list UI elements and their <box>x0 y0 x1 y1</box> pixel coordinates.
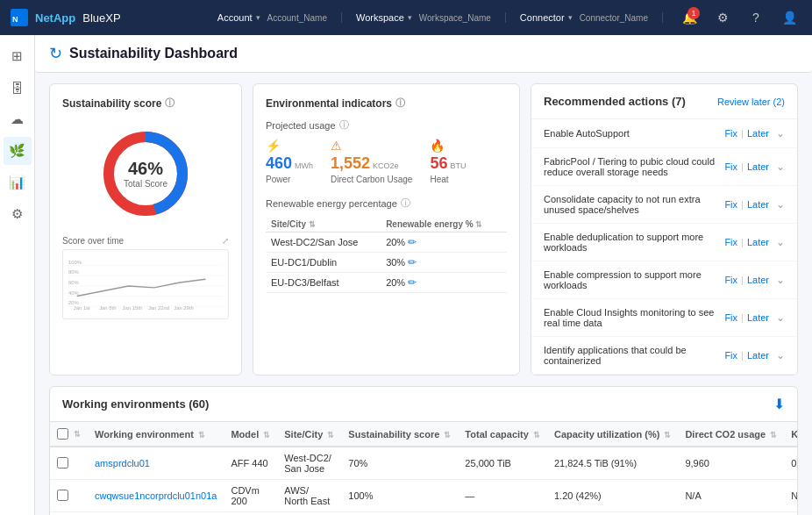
account-chevron: ▾ <box>256 13 260 22</box>
pct-cell: 20% ✏ <box>381 232 507 253</box>
fix-link[interactable]: Fix <box>724 237 737 247</box>
action-chevron-icon[interactable]: ⌄ <box>776 349 785 361</box>
power-icon: ⚡ <box>266 139 313 153</box>
site-cell: EU-DC3/Belfast <box>266 273 381 293</box>
action-chevron-icon[interactable]: ⌄ <box>776 161 785 173</box>
later-link[interactable]: Later <box>747 350 769 361</box>
we-col-header[interactable]: Direct CO2 usage ⇅ <box>678 422 784 447</box>
sidebar-item-settings[interactable]: ⚙ <box>4 200 32 228</box>
projected-info-icon[interactable]: ⓘ <box>339 118 349 132</box>
we-kgcarbon-cell: 0.65 <box>784 512 797 516</box>
review-later-button[interactable]: Review later (2) <box>717 97 785 107</box>
renewable-info-icon[interactable]: ⓘ <box>401 197 410 210</box>
select-all-checkbox[interactable] <box>57 428 68 440</box>
chart-title: Score over time <box>62 236 124 246</box>
renewable-table: Site/City ⇅ Renewable energy % ⇅ West-DC… <box>266 217 507 293</box>
later-link[interactable]: Later <box>747 237 769 247</box>
score-info-icon[interactable]: ⓘ <box>165 97 175 110</box>
account-section[interactable]: Account ▾ Account_Name <box>217 12 342 23</box>
carbon-label: Direct Carbon Usage <box>331 175 412 184</box>
later-link[interactable]: Later <box>747 199 769 210</box>
later-link[interactable]: Later <box>747 128 769 139</box>
we-title: Working environments (60) <box>62 397 209 411</box>
action-chevron-icon[interactable]: ⌄ <box>776 198 785 211</box>
actions-header: Recommended actions (7) Review later (2) <box>531 84 797 119</box>
we-name-link[interactable]: amsprdclu01 <box>95 458 150 469</box>
dashboard-top: Sustainability score ⓘ 46% Total Score <box>49 83 798 376</box>
we-header: Working environments (60) ⬇ <box>50 387 797 422</box>
workspace-section[interactable]: Workspace ▾ Workspace_Name <box>356 12 506 23</box>
power-unit: MWh <box>295 161 313 170</box>
col-renewable-pct[interactable]: Renewable energy % ⇅ <box>381 217 507 232</box>
we-score-cell: 36% <box>341 512 458 516</box>
environmental-indicators-card: Environmental indicators ⓘ Projected usa… <box>253 83 520 376</box>
we-model-cell: AFF 440 <box>224 512 277 516</box>
action-chevron-icon[interactable]: ⌄ <box>776 127 785 139</box>
we-col-header[interactable]: KG carbon/TB ⇅ <box>784 422 797 447</box>
we-col-header[interactable]: Total capacity ⇅ <box>458 422 547 447</box>
help-button[interactable]: ? <box>744 5 768 30</box>
chart-expand-icon[interactable]: ⤢ <box>222 236 229 246</box>
env-info-icon[interactable]: ⓘ <box>395 97 405 110</box>
we-name-link[interactable]: cwqwsue1ncorprdclu01n01a <box>95 490 217 501</box>
action-chevron-icon[interactable]: ⌄ <box>776 311 785 324</box>
action-text: Identify applications that could be cont… <box>544 345 724 366</box>
edit-icon[interactable]: ✏ <box>408 236 417 248</box>
carbon-unit: KCO2e <box>373 161 399 170</box>
action-text: Enable deduplication to support more wor… <box>544 232 724 253</box>
fix-link[interactable]: Fix <box>724 312 737 323</box>
we-totalcap-cell: 25,000 TiB <box>458 447 547 480</box>
sidebar: ⊞ 🗄 ☁ 🌿 📊 ⚙ <box>0 35 35 515</box>
working-environments-section: Working environments (60) ⬇ ⇅Working env… <box>49 386 798 515</box>
account-label: Account <box>217 12 253 23</box>
action-chevron-icon[interactable]: ⌄ <box>776 236 785 248</box>
action-text: Consolidate capacity to not run extra un… <box>544 194 724 215</box>
sidebar-item-sustainability[interactable]: 🌿 <box>4 137 32 165</box>
we-co2-cell: 8,300 <box>678 512 784 516</box>
sidebar-item-home[interactable]: ⊞ <box>4 42 32 70</box>
edit-icon[interactable]: ✏ <box>408 276 417 289</box>
connector-section[interactable]: Connector ▾ Connector_Name <box>520 12 663 23</box>
settings-button[interactable]: ⚙ <box>710 5 735 30</box>
we-col-header[interactable]: Site/City ⇅ <box>277 422 341 447</box>
action-item: Identify applications that could be cont… <box>531 337 797 375</box>
renewable-row: West-DC2/San Jose 20% ✏ <box>266 232 507 253</box>
heat-metric: 🔥 56 BTU Heat <box>430 139 466 184</box>
we-model-cell: CDVm 200 <box>224 480 277 512</box>
we-table-row: cwqwsue1ncorprdclu01n01a CDVm 200 AWS/ N… <box>50 480 797 512</box>
power-label: Power <box>266 175 313 184</box>
edit-icon[interactable]: ✏ <box>408 256 417 268</box>
fix-link[interactable]: Fix <box>724 199 737 210</box>
later-link[interactable]: Later <box>747 161 769 172</box>
row-checkbox[interactable] <box>57 457 68 469</box>
env-card-title: Environmental indicators ⓘ <box>266 97 507 110</box>
action-item: FabricPool / Tiering to pubic cloud coul… <box>531 148 797 186</box>
we-col-header[interactable]: Sustainability score ⇅ <box>341 422 458 447</box>
sidebar-item-storage[interactable]: 🗄 <box>4 74 32 102</box>
workspace-name: Workspace_Name <box>419 13 491 23</box>
user-button[interactable]: 👤 <box>777 5 801 30</box>
row-checkbox[interactable] <box>57 490 68 501</box>
later-link[interactable]: Later <box>747 312 769 323</box>
we-kgcarbon-cell: N/A <box>784 480 797 512</box>
col-site-city[interactable]: Site/City ⇅ <box>266 217 381 232</box>
action-links: Fix | Later ⌄ <box>724 311 785 324</box>
main-content: ↻ Sustainability Dashboard Sustainabilit… <box>35 35 812 515</box>
fix-link[interactable]: Fix <box>724 161 737 172</box>
sidebar-item-mobility[interactable]: ☁ <box>4 105 32 133</box>
fix-link[interactable]: Fix <box>724 350 737 361</box>
brand-label: NetApp <box>35 11 75 25</box>
we-col-header[interactable]: Working environment ⇅ <box>88 422 224 447</box>
top-nav-right: Account ▾ Account_Name Workspace ▾ Works… <box>217 5 801 30</box>
we-col-header[interactable]: Capacity utilization (%) ⇅ <box>547 422 678 447</box>
action-chevron-icon[interactable]: ⌄ <box>776 274 785 286</box>
sidebar-item-analytics[interactable]: 📊 <box>4 168 32 197</box>
download-button[interactable]: ⬇ <box>773 396 785 412</box>
svg-text:60%: 60% <box>68 280 79 285</box>
we-col-header[interactable]: Model ⇅ <box>224 422 277 447</box>
notifications-button[interactable]: 🔔 1 <box>677 5 702 30</box>
fix-link[interactable]: Fix <box>724 275 737 285</box>
later-link[interactable]: Later <box>747 275 769 285</box>
fix-link[interactable]: Fix <box>724 128 737 139</box>
svg-text:20%: 20% <box>68 300 79 305</box>
